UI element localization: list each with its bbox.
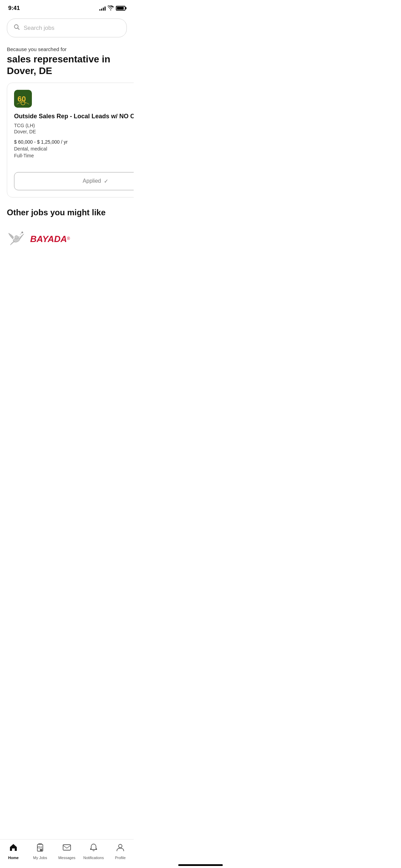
search-bar[interactable]: Search jobs [7,19,127,37]
svg-point-9 [22,232,23,233]
job-card-1[interactable]: 60 ••• Outside Sales Rep - Local Leads w… [7,83,134,197]
status-icons [99,5,125,11]
status-bar: 9:41 [0,0,134,14]
card-top: 60 ••• [14,90,134,108]
registered-icon: ® [67,236,70,241]
company-name-1: TCG (LH) [14,123,134,128]
wifi-icon [108,5,114,11]
battery-icon [116,6,125,11]
job-salary-1: $ 60,000 - $ 1,25,000 / yr [14,139,134,145]
svg-point-0 [14,25,18,28]
because-text: Because you searched for [7,46,127,52]
search-term: sales representative in Dover, DE [7,53,127,76]
status-time: 9:41 [8,5,20,12]
bayada-name: BAYADA [30,234,67,244]
job-title-1: Outside Sales Rep - Local Leads w/ NO CO… [14,112,134,120]
search-container: Search jobs [0,14,134,43]
checkmark-icon: ✓ [104,178,108,184]
signal-icon [99,6,106,11]
company-logo-1: 60 [14,90,32,108]
job-benefits-1: Dental, medical [14,146,134,152]
other-jobs-title: Other jobs you might like [7,208,127,217]
search-icon [13,24,20,32]
bayada-listing[interactable]: BAYADA® [0,230,134,249]
logo-60: 60 [14,90,32,108]
job-location-1: Dover, DE [14,129,134,134]
section-header: Because you searched for sales represent… [0,43,134,83]
job-cards-scroll: 60 ••• Outside Sales Rep - Local Leads w… [0,83,134,204]
svg-point-8 [15,236,18,239]
applied-label: Applied [83,178,101,184]
job-type-1: Full-Time [14,153,134,158]
bayada-logo-icon [7,230,27,249]
applied-button[interactable]: Applied ✓ [14,172,134,190]
bayada-brand: BAYADA® [30,234,70,244]
search-placeholder: Search jobs [24,25,54,32]
other-jobs-section: Other jobs you might like [0,204,134,230]
